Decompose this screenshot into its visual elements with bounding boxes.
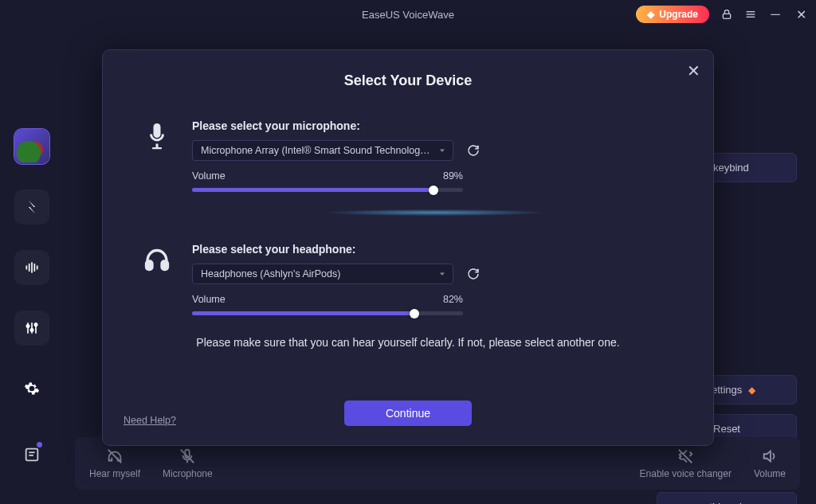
sidebar-item-guide[interactable] [18,440,46,469]
svg-rect-8 [37,266,38,270]
hear-myself-toggle[interactable]: Hear myself [89,447,140,479]
minimize-button[interactable]: ─ [768,7,783,21]
sidebar-item-soundboard[interactable] [14,250,49,285]
upgrade-label: Upgrade [659,9,698,20]
app-title: EaseUS VoiceWave [362,9,454,21]
titlebar: EaseUS VoiceWave ◆ Upgrade ─ ✕ [0,0,816,29]
sidebar-item-settings[interactable] [14,371,49,406]
mic-volume-slider[interactable] [192,188,463,192]
svg-rect-5 [29,264,30,272]
modal-hint: Please make sure that you can hear yours… [138,336,678,349]
slider-thumb[interactable] [429,186,438,195]
lock-icon[interactable] [720,8,733,21]
svg-point-10 [26,325,29,327]
sidebar [0,29,64,504]
headphone-label: Please select your headphone: [192,243,678,256]
mic-volume-value: 89% [443,170,463,182]
sidebar-item-theme[interactable] [14,129,49,164]
sidebar-item-effects[interactable] [14,189,49,225]
hp-volume-value: 82% [443,294,463,305]
microphone-icon [138,119,176,150]
christmas-tree-icon [16,131,48,162]
microphone-label: Please select your microphone: [192,119,678,132]
svg-rect-4 [26,266,28,270]
svg-rect-0 [723,14,730,18]
slider-thumb[interactable] [410,309,419,318]
need-help-link[interactable]: Need Help? [124,415,176,426]
continue-button[interactable]: Continue [344,400,472,426]
menu-icon[interactable] [744,8,757,21]
svg-rect-22 [154,123,161,138]
device-select-modal: ✕ Select Your Device Please select your … [102,49,714,446]
volume-control[interactable]: Volume [754,447,786,479]
svg-rect-7 [34,264,36,272]
svg-rect-25 [162,261,168,270]
close-button[interactable]: ✕ [794,7,808,21]
diamond-icon: ◆ [748,385,755,396]
microphone-toggle[interactable]: Microphone [163,447,213,479]
notification-dot-icon [37,442,42,447]
svg-rect-24 [147,261,153,270]
svg-rect-23 [152,147,162,149]
headphone-icon [138,243,176,273]
modal-close-button[interactable]: ✕ [687,61,700,80]
this-voice-button[interactable]: e this voice [657,492,797,504]
refresh-headphone-button[interactable] [465,265,482,283]
headphone-select[interactable]: Headphones (Ashlyn's AirPods) [192,264,453,284]
sidebar-item-equalizer[interactable] [14,311,49,346]
svg-rect-6 [31,262,33,272]
hp-volume-slider[interactable] [192,311,463,315]
svg-point-12 [30,329,33,331]
mic-volume-label: Volume [192,170,226,182]
microphone-section: Please select your microphone: Microphon… [138,119,678,222]
headphone-section: Please select your headphone: Headphones… [138,243,678,315]
refresh-microphone-button[interactable] [465,142,482,159]
microphone-select[interactable]: Microphone Array (Intel® Smart Sound Tec… [192,140,453,161]
diamond-icon: ◆ [647,9,654,20]
enable-voice-changer-toggle[interactable]: Enable voice changer [640,447,732,479]
modal-title: Select Your Device [138,72,678,89]
upgrade-button[interactable]: ◆ Upgrade [636,6,709,23]
hp-volume-label: Volume [192,294,226,305]
mic-level-indicator [192,203,678,222]
svg-point-14 [34,323,37,326]
